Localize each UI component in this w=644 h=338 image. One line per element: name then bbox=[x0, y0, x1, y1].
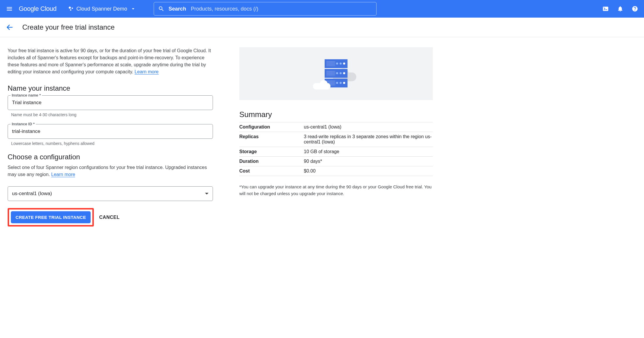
summary-note: *You can upgrade your instance at any ti… bbox=[239, 184, 433, 197]
summary-title: Summary bbox=[239, 110, 433, 119]
summary-row-label: Cost bbox=[239, 166, 304, 176]
instance-id-field-wrap: Instance ID * bbox=[8, 124, 213, 139]
create-instance-button[interactable]: CREATE FREE TRIAL INSTANCE bbox=[11, 211, 91, 223]
config-select-value: us-central1 (Iowa) bbox=[12, 191, 52, 197]
instance-name-help: Name must be 4-30 characters long bbox=[11, 112, 213, 117]
instance-name-label: Instance name * bbox=[11, 93, 42, 97]
section-config-title: Choose a configuration bbox=[8, 153, 213, 161]
servers-illustration bbox=[239, 47, 433, 100]
logo-text-light: Cloud bbox=[40, 5, 57, 12]
svg-rect-3 bbox=[603, 7, 608, 11]
cancel-button[interactable]: CANCEL bbox=[99, 215, 120, 220]
gcp-logo[interactable]: Google Cloud bbox=[19, 5, 57, 13]
summary-row: Duration90 days* bbox=[239, 157, 433, 166]
top-bar: Google Cloud Cloud Spanner Demo Search P… bbox=[0, 0, 644, 18]
instance-id-label: Instance ID * bbox=[11, 122, 36, 126]
search-icon bbox=[158, 6, 165, 12]
instance-name-input[interactable] bbox=[8, 95, 213, 110]
chevron-down-icon bbox=[130, 6, 136, 12]
cloud-shell-icon[interactable] bbox=[602, 6, 609, 12]
summary-column: Summary Configurationus-central1 (Iowa)R… bbox=[239, 47, 433, 227]
back-arrow-icon[interactable] bbox=[6, 23, 13, 31]
summary-row-value: us-central1 (Iowa) bbox=[304, 122, 433, 132]
summary-row-label: Storage bbox=[239, 147, 304, 157]
svg-point-2 bbox=[70, 9, 71, 11]
summary-row: Replicas3 read-write replicas in 3 separ… bbox=[239, 132, 433, 147]
instance-id-help: Lowercase letters, numbers, hyphens allo… bbox=[11, 141, 213, 146]
buttons-row: CREATE FREE TRIAL INSTANCE CANCEL bbox=[8, 208, 213, 227]
notifications-icon[interactable] bbox=[617, 6, 623, 12]
summary-row-label: Configuration bbox=[239, 122, 304, 132]
summary-row: Cost$0.00 bbox=[239, 166, 433, 176]
instance-name-field-wrap: Instance name * bbox=[8, 95, 213, 110]
search-label: Search bbox=[169, 6, 186, 12]
intro-text: Your free trial instance is active for 9… bbox=[8, 47, 213, 75]
summary-row-value: 90 days* bbox=[304, 157, 433, 166]
section-name-title: Name your instance bbox=[8, 84, 213, 92]
create-button-highlight: CREATE FREE TRIAL INSTANCE bbox=[8, 208, 94, 227]
project-selector[interactable]: Cloud Spanner Demo bbox=[65, 4, 139, 14]
content: Your free trial instance is active for 9… bbox=[0, 37, 644, 236]
config-select[interactable]: us-central1 (Iowa) bbox=[8, 186, 213, 201]
svg-point-0 bbox=[69, 7, 71, 9]
page-header: Create your free trial instance bbox=[0, 18, 644, 37]
hamburger-menu-icon[interactable] bbox=[6, 5, 13, 12]
config-select-wrap: us-central1 (Iowa) bbox=[8, 186, 213, 201]
svg-point-1 bbox=[72, 8, 73, 9]
topbar-right bbox=[602, 6, 638, 12]
summary-row: Storage10 GB of storage bbox=[239, 147, 433, 157]
chevron-down-icon bbox=[205, 193, 209, 195]
summary-row-value: 3 read-write replicas in 3 separate zone… bbox=[304, 132, 433, 147]
summary-row-label: Duration bbox=[239, 157, 304, 166]
search-placeholder: Products, resources, docs (/) bbox=[191, 6, 258, 12]
cloud-icon bbox=[313, 83, 331, 89]
summary-row: Configurationus-central1 (Iowa) bbox=[239, 122, 433, 132]
project-name: Cloud Spanner Demo bbox=[77, 6, 127, 12]
instance-id-input[interactable] bbox=[8, 124, 213, 139]
search-box[interactable]: Search Products, resources, docs (/) bbox=[154, 2, 377, 16]
server-icon bbox=[325, 59, 348, 68]
section-config-desc: Select one of four Spanner region config… bbox=[8, 164, 213, 178]
logo-text-bold: Google bbox=[19, 5, 39, 12]
server-icon bbox=[325, 69, 348, 78]
intro-learn-more-link[interactable]: Learn more bbox=[135, 69, 159, 75]
summary-table: Configurationus-central1 (Iowa)Replicas3… bbox=[239, 122, 433, 176]
summary-row-value: $0.00 bbox=[304, 166, 433, 176]
summary-row-value: 10 GB of storage bbox=[304, 147, 433, 157]
project-dots-icon bbox=[68, 6, 74, 11]
config-learn-more-link[interactable]: Learn more bbox=[51, 172, 75, 177]
help-icon[interactable] bbox=[632, 6, 638, 12]
summary-row-label: Replicas bbox=[239, 132, 304, 147]
page-title: Create your free trial instance bbox=[22, 23, 115, 31]
form-column: Your free trial instance is active for 9… bbox=[8, 47, 213, 227]
